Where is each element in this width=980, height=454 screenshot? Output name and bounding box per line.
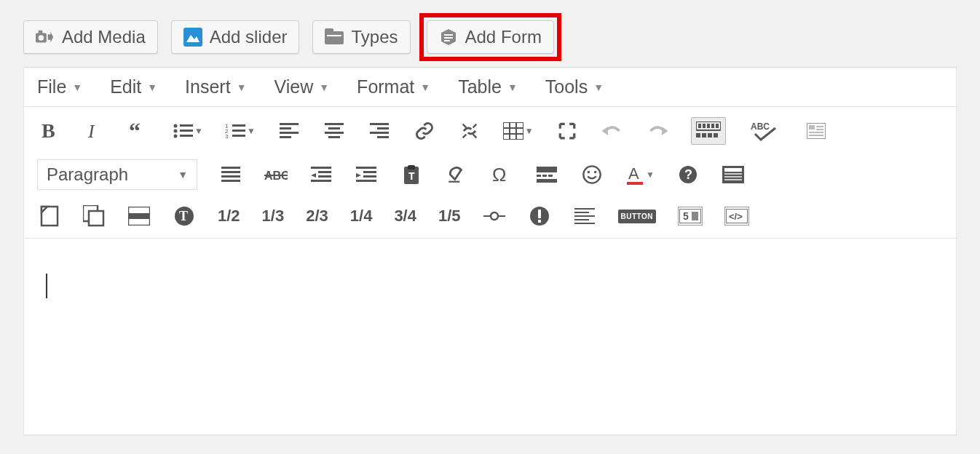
new-page-icon[interactable] bbox=[37, 204, 60, 228]
outdent-button[interactable] bbox=[309, 163, 333, 186]
chevron-down-icon: ▼ bbox=[237, 81, 247, 93]
bullet-list-button[interactable]: ▼ bbox=[173, 123, 203, 139]
menu-table[interactable]: Table▼ bbox=[458, 76, 518, 97]
menu-format-label: Format bbox=[357, 76, 414, 97]
insert-slider-shortcode[interactable]: 5 bbox=[678, 207, 703, 226]
column-fifth-button[interactable]: 1/5 bbox=[438, 207, 461, 226]
heading-band-icon[interactable] bbox=[127, 204, 151, 228]
form-icon bbox=[439, 28, 458, 47]
svg-rect-42 bbox=[503, 122, 523, 140]
media-buttons-bar: Add Media Add slider Types Add Form bbox=[0, 0, 980, 67]
svg-rect-21 bbox=[232, 124, 245, 127]
svg-marker-80 bbox=[356, 173, 361, 178]
menu-file[interactable]: File▼ bbox=[37, 76, 82, 97]
clear-formatting-button[interactable] bbox=[445, 163, 468, 186]
italic-button[interactable]: I bbox=[82, 119, 106, 143]
chevron-down-icon: ▼ bbox=[319, 81, 329, 93]
svg-rect-52 bbox=[707, 124, 710, 128]
spellcheck-button[interactable]: ABC bbox=[748, 119, 783, 143]
unlink-button[interactable] bbox=[458, 119, 481, 143]
menu-insert[interactable]: Insert▼ bbox=[185, 76, 246, 97]
blockquote-button[interactable]: “ bbox=[127, 119, 151, 143]
svg-rect-34 bbox=[370, 123, 389, 125]
bold-button[interactable]: B bbox=[37, 119, 60, 143]
column-twothirds-button[interactable]: 2/3 bbox=[306, 207, 328, 226]
svg-rect-61 bbox=[816, 126, 823, 127]
menu-edit[interactable]: Edit▼ bbox=[110, 76, 157, 97]
text-icon[interactable]: T bbox=[173, 204, 196, 228]
svg-rect-15 bbox=[180, 124, 193, 127]
svg-rect-87 bbox=[537, 175, 541, 177]
menu-view[interactable]: View▼ bbox=[274, 76, 330, 97]
add-form-highlight: Add Form bbox=[419, 13, 561, 61]
svg-rect-31 bbox=[328, 127, 340, 130]
warning-icon[interactable] bbox=[528, 204, 551, 228]
svg-text:I: I bbox=[87, 122, 95, 140]
svg-rect-6 bbox=[327, 35, 341, 36]
svg-rect-2 bbox=[39, 31, 43, 35]
layout-block-button[interactable] bbox=[722, 163, 745, 186]
editor-menubar: File▼ Edit▼ Insert▼ View▼ Format▼ Table▼… bbox=[24, 68, 956, 107]
menu-file-label: File bbox=[37, 76, 66, 97]
add-media-button[interactable]: Add Media bbox=[23, 20, 158, 54]
undo-button[interactable] bbox=[601, 119, 624, 143]
editor-content[interactable] bbox=[24, 238, 956, 434]
emoji-button[interactable] bbox=[580, 163, 604, 186]
svg-text:B: B bbox=[42, 122, 55, 140]
toolbar-toggle-button[interactable] bbox=[691, 117, 726, 145]
editor-container: File▼ Edit▼ Insert▼ View▼ Format▼ Table▼… bbox=[23, 67, 957, 435]
svg-rect-8 bbox=[444, 34, 453, 36]
svg-rect-27 bbox=[280, 127, 291, 130]
anchor-icon[interactable] bbox=[483, 204, 506, 228]
chevron-down-icon: ▼ bbox=[420, 81, 430, 93]
align-left-button[interactable] bbox=[277, 119, 301, 143]
types-button[interactable]: Types bbox=[312, 20, 410, 54]
column-quarter-button[interactable]: 1/4 bbox=[350, 207, 373, 226]
svg-marker-104 bbox=[42, 207, 47, 212]
svg-rect-55 bbox=[696, 133, 700, 138]
add-form-button[interactable]: Add Form bbox=[427, 20, 554, 54]
text-color-button[interactable]: A ▼ bbox=[625, 164, 655, 185]
svg-rect-32 bbox=[325, 132, 344, 134]
paste-text-button[interactable]: T bbox=[400, 163, 423, 186]
svg-point-92 bbox=[588, 171, 590, 174]
menu-format[interactable]: Format▼ bbox=[357, 76, 430, 97]
svg-rect-89 bbox=[548, 175, 553, 177]
template-icon[interactable] bbox=[805, 119, 828, 143]
menu-tools-label: Tools bbox=[545, 76, 588, 97]
svg-rect-36 bbox=[370, 132, 389, 134]
help-button[interactable]: ? bbox=[676, 163, 700, 186]
numbered-list-button[interactable]: 123 ▼ bbox=[225, 123, 256, 139]
indent-button[interactable] bbox=[355, 163, 378, 186]
strikethrough-button[interactable]: ABC bbox=[264, 163, 288, 186]
special-character-button[interactable]: Ω bbox=[490, 163, 513, 186]
svg-rect-60 bbox=[809, 125, 815, 130]
svg-rect-64 bbox=[809, 135, 823, 136]
add-slider-button[interactable]: Add slider bbox=[171, 20, 300, 54]
svg-rect-17 bbox=[180, 130, 193, 132]
svg-rect-50 bbox=[698, 124, 701, 128]
page-behind-icon[interactable] bbox=[82, 204, 106, 228]
svg-rect-37 bbox=[377, 136, 389, 138]
align-right-button[interactable] bbox=[368, 119, 391, 143]
column-threequarters-button[interactable]: 3/4 bbox=[394, 207, 416, 226]
svg-point-18 bbox=[174, 135, 178, 138]
table-button[interactable]: ▼ bbox=[503, 122, 534, 140]
svg-rect-23 bbox=[232, 130, 245, 132]
column-third-button[interactable]: 1/3 bbox=[262, 207, 285, 226]
link-button[interactable] bbox=[413, 119, 436, 143]
svg-rect-120 bbox=[574, 223, 595, 224]
align-center-button[interactable] bbox=[323, 119, 346, 143]
fullscreen-button[interactable] bbox=[556, 119, 579, 143]
paragraph-format-select[interactable]: Paragraph ▼ bbox=[37, 159, 197, 190]
column-half-button[interactable]: 1/2 bbox=[218, 207, 240, 226]
read-more-button[interactable] bbox=[535, 163, 558, 186]
redo-button[interactable] bbox=[646, 119, 669, 143]
menu-tools[interactable]: Tools▼ bbox=[545, 76, 604, 97]
svg-rect-5 bbox=[325, 28, 333, 34]
insert-button-shortcode[interactable]: BUTTON bbox=[618, 210, 656, 223]
justify-button[interactable] bbox=[219, 163, 242, 186]
svg-rect-74 bbox=[311, 180, 331, 182]
insert-code-shortcode[interactable]: </> bbox=[724, 207, 749, 226]
align-wrap-icon[interactable] bbox=[573, 204, 596, 228]
